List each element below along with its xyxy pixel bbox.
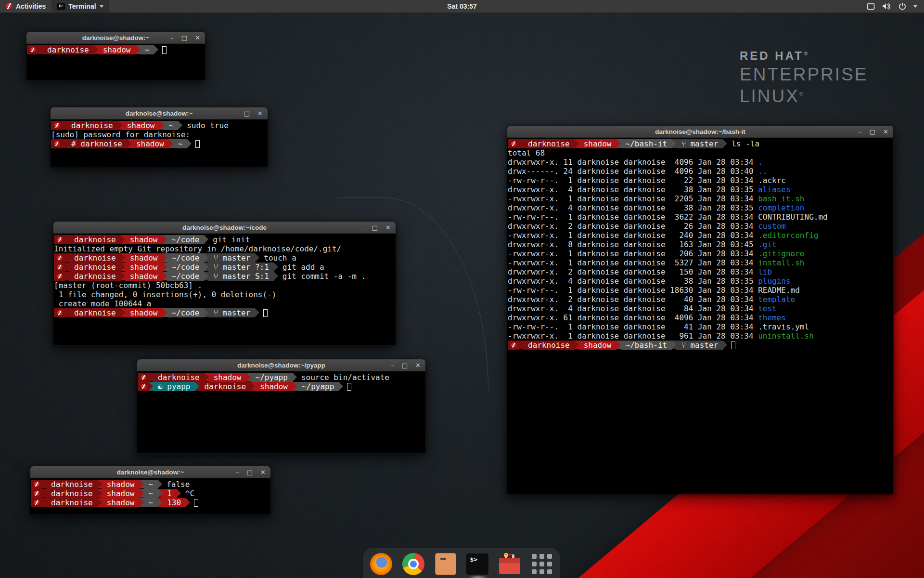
dock-item-firefox[interactable] <box>370 552 393 576</box>
activities-label: Activities <box>16 2 46 10</box>
minimize-button[interactable]: – <box>170 35 174 41</box>
system-status-area[interactable] <box>863 0 921 13</box>
window-titlebar[interactable]: darknoise@shadow:~/pyapp–□✕ <box>137 359 425 371</box>
segment-separator <box>158 489 162 498</box>
terminal-content[interactable]: darknoiseshadow~/pyappsource bin/activat… <box>137 371 425 453</box>
segment-separator <box>672 341 676 349</box>
maximize-button[interactable]: □ <box>402 362 408 368</box>
app-grid-icon <box>531 553 552 575</box>
output-line: drwxrwxr-x. 11 darknoise darknoise 4096 … <box>508 158 893 167</box>
prompt-segment-host: shadow <box>579 341 616 350</box>
maximize-button[interactable]: □ <box>244 110 250 117</box>
output-text: create mode 100644 a <box>54 299 151 308</box>
top-bar: Activities $> Terminal Sat 03:57 <box>0 0 924 13</box>
prompt-segment-path: ~/code <box>167 235 205 244</box>
prompt-segment-user: darknoise <box>46 498 98 507</box>
redhat-dot-icon <box>57 237 63 242</box>
output-line: total 68 <box>508 148 893 158</box>
window-titlebar[interactable]: darknoise@shadow:~/bash-it–□✕ <box>507 126 893 138</box>
command-text: ls -la <box>727 139 759 148</box>
activities-button[interactable]: Activities <box>0 0 51 13</box>
minimize-button[interactable]: – <box>233 110 236 117</box>
file-cabinet-icon <box>435 553 456 575</box>
minimize-button[interactable]: – <box>361 224 364 231</box>
chevron-down-icon <box>913 5 917 8</box>
dock-item-chrome[interactable] <box>402 552 425 576</box>
output-text: 1 file changed, 0 insertions(+), 0 delet… <box>54 290 276 299</box>
terminal-window-code[interactable]: darknoise@shadow:~/code–□✕darknoiseshado… <box>53 221 396 345</box>
output-line: drwxrwxr-x. 2 darknoise darknoise 26 Jan… <box>508 222 893 231</box>
close-button[interactable]: ✕ <box>257 110 263 117</box>
minimize-button[interactable]: – <box>236 469 239 475</box>
dock-item-app-grid[interactable] <box>530 552 553 576</box>
segment-separator <box>169 139 173 148</box>
prompt-segment-user: darknoise <box>42 45 94 54</box>
maximize-button[interactable]: □ <box>372 224 378 231</box>
dock-item-files[interactable] <box>434 552 457 576</box>
output-text: drwxrwxr-x. 2 darknoise darknoise 26 Jan… <box>508 222 758 231</box>
output-text: -rwxrwxr-x. 1 darknoise darknoise 240 Ja… <box>508 231 758 240</box>
window-titlebar[interactable]: darknoise@shadow:~–□✕ <box>26 32 205 44</box>
terminal-window-home-1[interactable]: darknoise@shadow:~–□✕darknoiseshadow~ <box>26 31 205 80</box>
prompt-redhat-icon <box>54 253 65 263</box>
window-title: darknoise@shadow:~ <box>126 110 193 117</box>
prompt-segment-path: ~ <box>144 498 158 507</box>
prompt-redhat-icon <box>54 235 65 244</box>
close-button[interactable]: ✕ <box>385 224 391 231</box>
window-titlebar[interactable]: darknoise@shadow:~/code–□✕ <box>53 222 396 234</box>
segment-separator <box>121 308 125 317</box>
maximize-button[interactable]: □ <box>870 129 875 135</box>
close-button[interactable]: ✕ <box>195 35 200 41</box>
output-line: drwxrwxr-x. 4 darknoise darknoise 38 Jan… <box>508 276 893 286</box>
close-button[interactable]: ✕ <box>415 362 421 368</box>
output-text: CONTRIBUTING.md <box>758 212 828 222</box>
terminal-window-bash-it[interactable]: darknoise@shadow:~/bash-it–□✕darknoisesh… <box>507 125 894 494</box>
terminal-window-pyapp[interactable]: darknoise@shadow:~/pyapp–□✕darknoiseshad… <box>137 359 426 454</box>
terminal-content[interactable]: darknoiseshadow~/codegit initInitialized… <box>53 234 396 345</box>
output-line: [master (root-commit) 50bcb63] . <box>54 281 396 290</box>
maximize-button[interactable]: □ <box>247 469 253 475</box>
close-button[interactable]: ✕ <box>260 469 266 475</box>
brand-enterprise-text: ENTERPRISE <box>740 66 868 83</box>
segment-separator <box>121 253 125 262</box>
clock[interactable]: Sat 03:57 <box>442 0 481 13</box>
segment-separator <box>163 272 167 280</box>
segment-separator <box>187 139 192 148</box>
minimize-button[interactable]: – <box>859 129 862 135</box>
prompt-segment-host: shadow <box>102 480 140 489</box>
segment-separator <box>94 45 98 54</box>
output-text: drwxrwxr-x. 4 darknoise darknoise 38 Jan… <box>508 276 758 286</box>
prompt-segment-user: darknoise <box>69 308 121 317</box>
terminal-content[interactable]: darknoiseshadow~sudo true[sudo] password… <box>51 119 268 167</box>
terminal-window-home-2[interactable]: darknoise@shadow:~–□✕darknoiseshadow~fal… <box>30 466 271 515</box>
minimize-button[interactable]: – <box>391 362 394 368</box>
maximize-button[interactable]: □ <box>181 35 187 41</box>
dock-item-terminal[interactable]: $> <box>466 552 489 576</box>
prompt-line: darknoiseshadow~/code⑂ master S:1git com… <box>54 272 396 281</box>
prompt-segment-user: darknoise <box>69 253 121 263</box>
prompt-segment-git: ⑂ master S:1 <box>208 272 274 281</box>
window-titlebar[interactable]: darknoise@shadow:~–□✕ <box>51 107 268 119</box>
terminal-content[interactable]: darknoiseshadow~falsedarknoiseshadow~1^C… <box>30 478 270 514</box>
prompt-segment-host: shadow <box>125 253 163 263</box>
prompt-segment-path: ~ <box>140 45 154 54</box>
terminal-window-sudo[interactable]: darknoise@shadow:~–□✕darknoiseshadow~sud… <box>50 107 268 167</box>
segment-separator <box>255 308 259 317</box>
segment-separator <box>98 480 102 488</box>
registered-mark: ® <box>804 51 809 56</box>
app-menu-terminal[interactable]: $> Terminal <box>51 0 109 13</box>
output-text: -rwxrwxr-x. 1 darknoise darknoise 2205 J… <box>508 194 758 203</box>
prompt-segment-git: ⑂ master ?:1 <box>208 263 274 272</box>
redhat-dot-icon <box>57 264 63 270</box>
close-button[interactable]: ✕ <box>883 129 888 135</box>
window-titlebar[interactable]: darknoise@shadow:~–□✕ <box>30 466 270 478</box>
prompt-segment-user: darknoise <box>69 263 121 272</box>
output-line: -rwxrwxr-x. 1 darknoise darknoise 961 Ja… <box>508 331 893 341</box>
dock-item-toolbox[interactable] <box>498 552 521 576</box>
output-text: uninstall.sh <box>758 331 814 341</box>
segment-separator <box>519 139 523 148</box>
terminal-content[interactable]: darknoiseshadow~ <box>26 44 205 80</box>
prompt-segment-host: shadow <box>125 235 163 244</box>
prompt-segment-host: shadow <box>102 498 140 507</box>
terminal-content[interactable]: darknoiseshadow~/bash-it⑂ masterls -lato… <box>507 138 893 494</box>
